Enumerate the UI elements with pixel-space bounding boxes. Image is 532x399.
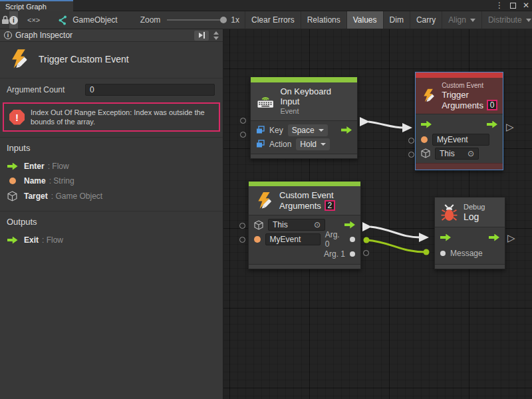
port-name-input[interactable] (239, 237, 245, 243)
flow-output-port[interactable] (489, 234, 499, 241)
gameobject-port-icon[interactable] (421, 148, 430, 158)
panel-spinner[interactable] (212, 31, 220, 40)
node-title: Trigger (442, 90, 497, 100)
zoom-value: 1x (231, 15, 239, 25)
inspector-toggle-button[interactable]: i (9, 11, 18, 29)
input-pin-name: Name : String (7, 174, 216, 188)
unit-title: Trigger Custom Event (39, 54, 129, 65)
event-name-row: MyEvent (416, 132, 503, 146)
zoom-control: Zoom 1x (140, 11, 239, 29)
port-target-input[interactable] (408, 152, 414, 158)
node-trigger-custom-event[interactable]: Custom Event Trigger Arguments 0 MyEvent (415, 72, 503, 170)
argument-count-row: Argument Count 0 (0, 78, 223, 100)
info-icon: i (9, 16, 18, 25)
values-button[interactable]: Values (346, 11, 383, 29)
dim-button[interactable]: Dim (383, 11, 410, 29)
node-on-keyboard-input[interactable]: On Keyboard Input Event Key Space Action… (250, 76, 358, 159)
arg0-output-port[interactable] (350, 237, 355, 242)
node-header: Debug Log (435, 198, 505, 227)
unity-visual-scripting-window: Script Graph ⋮ ✕ i <×> GameObject Zoom 1… (0, 0, 532, 399)
input-pin-target: Target : Game Object (7, 188, 216, 204)
arg0-label: Arg. 0 (325, 230, 346, 249)
flow-row (435, 229, 505, 245)
node-custom-event[interactable]: Custom Event Arguments 2 This ⊙ MyEvent … (248, 181, 361, 269)
flow-input-port[interactable] (440, 234, 451, 241)
flow-output-port[interactable] (341, 126, 352, 134)
port-name-input[interactable] (408, 138, 414, 144)
clear-errors-button[interactable]: Clear Errors (245, 11, 301, 29)
node-kicker: Debug (464, 202, 485, 212)
event-name-field[interactable]: MyEvent (432, 134, 489, 146)
info-icon: i (4, 31, 12, 39)
port-arg1-output[interactable] (363, 250, 369, 256)
event-name-field[interactable]: MyEvent (265, 233, 321, 245)
lock-icon (1, 15, 9, 25)
code-view-button[interactable]: <×> (27, 11, 40, 29)
target-picker-icon[interactable]: ⊙ (314, 219, 321, 230)
target-row: This ⊙ (416, 146, 503, 160)
arg1-label: Arg. 1 (324, 249, 345, 259)
close-icon[interactable]: ✕ (523, 0, 529, 11)
chevron-down-icon (213, 37, 219, 40)
message-row: Message (435, 245, 505, 261)
argument-count-input[interactable]: 0 (85, 84, 215, 96)
arguments-line: Arguments 0 (442, 100, 497, 110)
key-dropdown[interactable]: Space (288, 124, 328, 136)
graph-owner-icon (57, 15, 68, 25)
inspector-header: i Graph Inspector (0, 29, 223, 42)
node-footer (435, 264, 505, 269)
dock-button[interactable] (194, 31, 209, 41)
arguments-count-badge[interactable]: 2 (325, 200, 335, 211)
custom-event-icon (255, 191, 273, 211)
gameobject-breadcrumb[interactable]: GameObject (57, 11, 117, 29)
inputs-header: Inputs (7, 143, 216, 153)
graph-variable-icon (256, 140, 265, 148)
gameobject-port-icon[interactable] (254, 220, 263, 230)
lock-button[interactable] (1, 11, 9, 29)
message-input-port[interactable] (440, 251, 446, 256)
gameobject-cube-icon (7, 191, 17, 201)
tab-script-graph[interactable]: Script Graph (0, 0, 73, 11)
event-name-row: MyEvent Arg. 0 (249, 232, 360, 247)
carry-button[interactable]: Carry (410, 11, 442, 29)
graph-toolbar: i <×> GameObject Zoom 1x Clear Errors Re… (0, 11, 532, 29)
flow-output-port[interactable] (487, 121, 497, 128)
unit-title-block: Trigger Custom Event (0, 42, 223, 78)
zoom-slider[interactable] (167, 19, 225, 21)
key-label: Key (269, 126, 283, 135)
zoom-slider-handle[interactable] (220, 17, 227, 23)
relations-button[interactable]: Relations (301, 11, 346, 29)
node-body: MyEvent This ⊙ (416, 114, 503, 163)
target-field[interactable]: This ⊙ (435, 148, 479, 160)
string-port[interactable] (254, 236, 261, 243)
action-dropdown[interactable]: Hold (296, 138, 330, 150)
string-port[interactable] (421, 136, 428, 143)
arg1-output-port[interactable] (350, 251, 355, 257)
string-port-icon (9, 178, 16, 184)
custom-event-icon (8, 49, 29, 70)
zoom-label: Zoom (140, 15, 161, 25)
target-picker-icon[interactable]: ⊙ (467, 148, 474, 159)
node-body: Message (435, 227, 505, 264)
node-header: Custom Event Arguments 2 (249, 186, 360, 215)
key-row: Key Space (251, 123, 357, 137)
arguments-count-badge[interactable]: 0 (487, 100, 497, 110)
align-dropdown[interactable]: Align (442, 11, 481, 29)
target-field[interactable]: This ⊙ (268, 219, 325, 231)
distribute-dropdown[interactable]: Distribute (481, 11, 532, 29)
node-subtitle: Event (280, 106, 351, 116)
gameobject-label: GameObject (72, 15, 117, 25)
window-controls: ⋮ ✕ (495, 0, 529, 11)
flow-input-port[interactable] (421, 121, 432, 128)
port-action-input[interactable] (240, 132, 246, 138)
port-target-input[interactable] (239, 223, 245, 229)
code-icon: <×> (27, 16, 40, 24)
keyboard-icon (257, 94, 274, 108)
maximize-icon[interactable] (510, 3, 516, 9)
flow-output-port[interactable] (344, 221, 355, 229)
port-key-input[interactable] (240, 118, 246, 124)
node-debug-log[interactable]: Debug Log Message (434, 197, 505, 269)
action-label: Action (269, 140, 291, 149)
kebab-menu-icon[interactable]: ⋮ (495, 0, 503, 11)
flow-arrow-icon (7, 163, 18, 170)
